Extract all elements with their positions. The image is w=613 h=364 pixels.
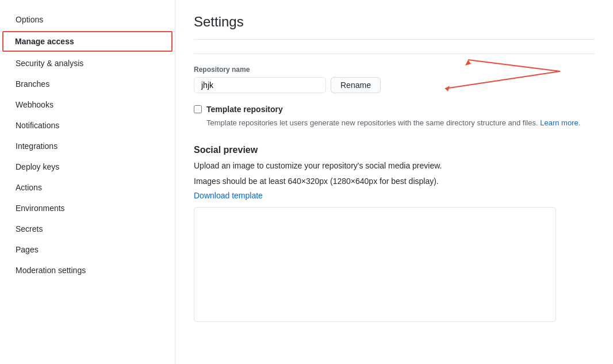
sidebar-item-branches[interactable]: Branches bbox=[0, 74, 175, 94]
social-preview-section: Social preview Upload an image to custom… bbox=[194, 145, 595, 322]
social-preview-box bbox=[194, 207, 556, 322]
page-title: Settings bbox=[194, 14, 595, 40]
sidebar-item-notifications[interactable]: Notifications bbox=[0, 115, 175, 136]
sidebar-item-webhooks[interactable]: Webhooks bbox=[0, 94, 175, 115]
annotation-arrow bbox=[434, 57, 606, 91]
sidebar-item-options[interactable]: Options bbox=[0, 9, 175, 30]
sidebar-item-environments[interactable]: Environments bbox=[0, 198, 175, 219]
repo-name-row: Rename 管理访问 bbox=[194, 77, 595, 93]
repo-name-input[interactable] bbox=[194, 77, 326, 93]
learn-more-link[interactable]: Learn more. bbox=[540, 118, 580, 127]
download-template-link[interactable]: Download template bbox=[194, 191, 263, 200]
template-description: Template repositories let users generate… bbox=[206, 117, 595, 129]
social-preview-title: Social preview bbox=[194, 145, 595, 155]
sidebar-item-integrations[interactable]: Integrations bbox=[0, 136, 175, 156]
template-checkbox-label: Template repository bbox=[206, 105, 283, 114]
template-repo-section: Template repository Template repositorie… bbox=[194, 105, 595, 129]
sidebar-item-security-analysis[interactable]: Security & analysis bbox=[0, 53, 175, 74]
template-repo-checkbox[interactable] bbox=[194, 105, 202, 113]
svg-marker-3 bbox=[465, 60, 471, 66]
social-preview-desc: Upload an image to customize your reposi… bbox=[194, 160, 595, 172]
svg-marker-2 bbox=[445, 86, 450, 91]
repo-name-label: Repository name bbox=[194, 66, 595, 74]
rename-button[interactable]: Rename bbox=[331, 77, 381, 93]
sidebar-item-pages[interactable]: Pages bbox=[0, 239, 175, 260]
sidebar-item-moderation-settings[interactable]: Moderation settings bbox=[0, 260, 175, 281]
sidebar: OptionsManage accessSecurity & analysisB… bbox=[0, 0, 175, 364]
main-content: Settings Repository name Rename 管理访问 T bbox=[175, 0, 613, 364]
svg-line-0 bbox=[445, 71, 560, 89]
checkbox-row: Template repository bbox=[194, 105, 595, 114]
sidebar-item-manage-access[interactable]: Manage access bbox=[2, 31, 173, 52]
sidebar-item-actions[interactable]: Actions bbox=[0, 177, 175, 198]
repo-name-section: Repository name Rename 管理访问 bbox=[194, 66, 595, 93]
sidebar-item-secrets[interactable]: Secrets bbox=[0, 219, 175, 239]
sidebar-item-deploy-keys[interactable]: Deploy keys bbox=[0, 156, 175, 177]
social-preview-note: Images should be at least 640×320px (128… bbox=[194, 175, 595, 187]
divider bbox=[194, 53, 595, 54]
